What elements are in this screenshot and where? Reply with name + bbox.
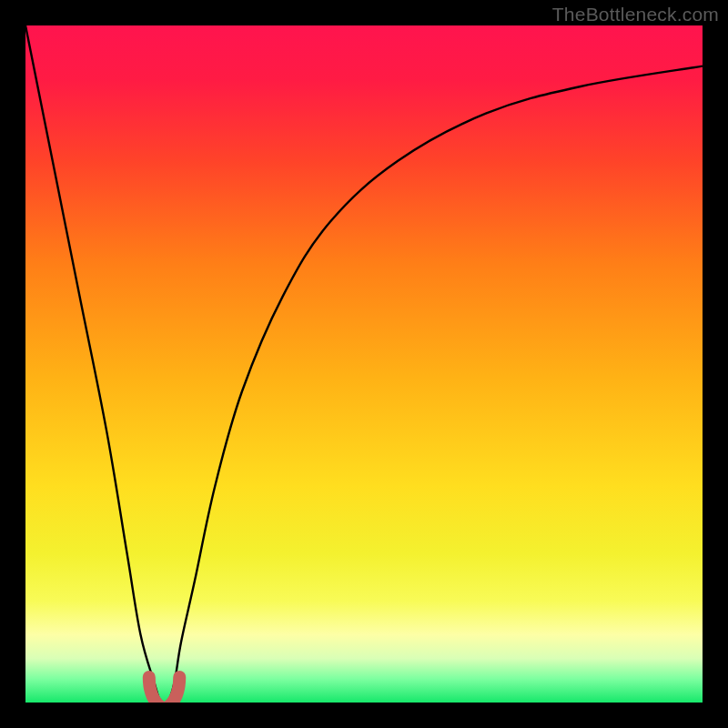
heat-gradient-background — [25, 25, 703, 703]
chart-frame: TheBottleneck.com — [0, 0, 728, 728]
watermark-text: TheBottleneck.com — [552, 4, 719, 25]
gradient-rect — [25, 25, 703, 703]
plot-area — [25, 25, 703, 703]
